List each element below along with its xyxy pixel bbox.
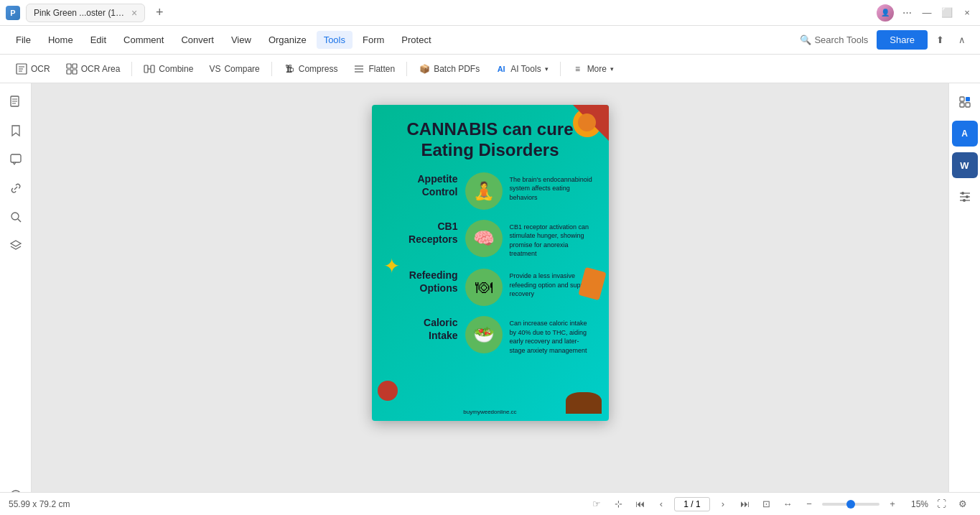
select-mode-button[interactable]: ⊹ bbox=[610, 496, 627, 513]
ai-tools-button[interactable]: AI AI Tools ▾ bbox=[488, 60, 555, 78]
settings-sliders-icon[interactable] bbox=[952, 184, 978, 210]
section-circle-cb1: 🧠 bbox=[465, 220, 503, 257]
ocr-icon bbox=[16, 63, 27, 75]
active-tab[interactable]: Pink Green ...oster (1).pdf × bbox=[26, 4, 145, 22]
collapse-button[interactable]: ∧ bbox=[953, 31, 971, 49]
ai-tools-chevron: ▾ bbox=[545, 65, 549, 73]
menu-tools[interactable]: Tools bbox=[317, 31, 353, 49]
prev-page-button[interactable]: ‹ bbox=[653, 496, 670, 513]
window-controls: 👤 ⋯ — ⬜ × bbox=[877, 4, 974, 22]
menu-form[interactable]: Form bbox=[355, 31, 391, 49]
close-button[interactable]: × bbox=[960, 6, 974, 20]
maximize-button[interactable]: ⬜ bbox=[940, 6, 954, 20]
zoom-out-button[interactable]: − bbox=[801, 496, 818, 513]
first-page-button[interactable]: ⏮ bbox=[631, 496, 648, 513]
tab-title: Pink Green ...oster (1).pdf bbox=[34, 8, 127, 18]
fullscreen-button[interactable]: ⛶ bbox=[933, 496, 950, 513]
batch-pdfs-label: Batch PDFs bbox=[434, 64, 480, 74]
flatten-icon bbox=[353, 63, 365, 75]
svg-point-31 bbox=[966, 195, 969, 198]
svg-marker-21 bbox=[11, 241, 21, 246]
cursor-mode-button[interactable]: ☞ bbox=[588, 496, 605, 513]
fit-page-button[interactable]: ⊡ bbox=[757, 496, 775, 513]
pdf-watermark: buymyweedonline.cc bbox=[372, 409, 609, 415]
menu-view[interactable]: View bbox=[224, 31, 258, 49]
word-export-icon[interactable]: W bbox=[952, 152, 978, 178]
titlebar: P Pink Green ...oster (1).pdf × + 👤 ⋯ — … bbox=[0, 0, 980, 26]
ocr-label: OCR bbox=[31, 64, 50, 74]
sidebar-search[interactable] bbox=[3, 204, 29, 230]
section-title-refeeding: RefeedingOptions bbox=[393, 269, 458, 294]
svg-rect-4 bbox=[67, 64, 71, 68]
next-page-button[interactable]: › bbox=[714, 496, 732, 513]
menu-edit[interactable]: Edit bbox=[83, 31, 113, 49]
ai-assistant-icon[interactable]: A bbox=[952, 121, 978, 147]
combine-button[interactable]: Combine bbox=[136, 60, 200, 78]
zoom-in-button[interactable]: + bbox=[884, 496, 901, 513]
ocr-button[interactable]: OCR bbox=[9, 60, 57, 78]
dimension-display: 55.99 x 79.2 cm bbox=[9, 499, 70, 509]
new-tab-button[interactable]: + bbox=[151, 4, 168, 22]
section-desc-caloric: Can increase caloric intake by 40% due t… bbox=[510, 316, 594, 355]
search-tools-button[interactable]: 🔍 Search Tools bbox=[794, 31, 874, 49]
svg-rect-7 bbox=[73, 70, 77, 74]
batch-pdfs-button[interactable]: 📦 Batch PDFs bbox=[411, 60, 487, 78]
menu-comment[interactable]: Comment bbox=[116, 31, 171, 49]
ocr-area-label: OCR Area bbox=[81, 64, 121, 74]
menu-organize[interactable]: Organize bbox=[261, 31, 314, 49]
compress-button[interactable]: 🗜 Compress bbox=[276, 60, 345, 78]
svg-rect-5 bbox=[73, 64, 77, 68]
menu-home[interactable]: Home bbox=[41, 31, 80, 49]
menu-file[interactable]: File bbox=[9, 31, 38, 49]
tab-close-button[interactable]: × bbox=[131, 7, 137, 19]
last-page-button[interactable]: ⏭ bbox=[736, 496, 753, 513]
app-icon: P bbox=[6, 6, 20, 20]
ocr-area-icon bbox=[66, 63, 78, 75]
menu-convert[interactable]: Convert bbox=[174, 31, 221, 49]
more-button[interactable]: ≡ More ▾ bbox=[565, 60, 621, 78]
svg-rect-9 bbox=[151, 65, 154, 73]
share-button[interactable]: Share bbox=[877, 30, 928, 50]
deco-small-orange bbox=[578, 113, 596, 131]
search-tools-label: Search Tools bbox=[814, 34, 868, 45]
zoom-slider[interactable] bbox=[822, 503, 879, 506]
section-circle-refeeding: 🍽 bbox=[465, 269, 503, 306]
svg-rect-8 bbox=[144, 65, 148, 73]
minimize-button[interactable]: — bbox=[920, 6, 934, 20]
svg-rect-24 bbox=[960, 97, 964, 101]
sidebar-bookmark[interactable] bbox=[3, 118, 29, 144]
sidebar-page-thumbnail[interactable] bbox=[3, 89, 29, 115]
section-title-appetite: AppetiteControl bbox=[393, 172, 458, 198]
pdf-section-cb1: CB1Receptors 🧠 CB1 receptor activation c… bbox=[393, 220, 594, 259]
section-title-caloric: CaloricIntake bbox=[393, 316, 458, 342]
zoom-thumb bbox=[846, 500, 855, 509]
more-label: More bbox=[587, 64, 607, 74]
upload-icon: ⬆ bbox=[936, 34, 944, 45]
svg-point-19 bbox=[11, 213, 19, 220]
view-settings-button[interactable]: ⚙ bbox=[954, 496, 971, 513]
svg-rect-6 bbox=[67, 70, 71, 74]
flatten-button[interactable]: Flatten bbox=[346, 60, 402, 78]
profile-icon[interactable]: 👤 bbox=[877, 4, 894, 22]
svg-rect-18 bbox=[11, 154, 21, 162]
properties-panel-icon[interactable] bbox=[952, 89, 978, 115]
menu-protect[interactable]: Protect bbox=[394, 31, 438, 49]
section-circle-caloric: 🥗 bbox=[465, 316, 503, 353]
titlebar-menu-button[interactable]: ⋯ bbox=[900, 6, 914, 20]
ocr-area-button[interactable]: OCR Area bbox=[59, 60, 128, 78]
menubar: File Home Edit Comment Convert View Orga… bbox=[0, 26, 980, 55]
sidebar-layers[interactable] bbox=[3, 233, 29, 259]
sidebar-link[interactable] bbox=[3, 175, 29, 201]
left-sidebar: ? bbox=[0, 83, 32, 515]
compare-button[interactable]: VS Compare bbox=[202, 60, 266, 78]
page-navigation: ☞ ⊹ ⏮ ‹ › ⏭ ⊡ ↔ − + 15% ⛶ ⚙ bbox=[588, 496, 971, 513]
search-icon: 🔍 bbox=[800, 34, 811, 45]
page-input[interactable] bbox=[674, 497, 710, 511]
upload-button[interactable]: ⬆ bbox=[930, 31, 950, 49]
sidebar-comment[interactable] bbox=[3, 147, 29, 172]
svg-point-33 bbox=[963, 199, 966, 202]
pdf-section-appetite: AppetiteControl 🧘 The brain's endocannab… bbox=[393, 172, 594, 210]
toolbar: OCR OCR Area Combine VS Compare 🗜 Compre… bbox=[0, 55, 980, 83]
fit-width-button[interactable]: ↔ bbox=[779, 496, 796, 513]
ai-tools-label: AI Tools bbox=[510, 64, 541, 74]
